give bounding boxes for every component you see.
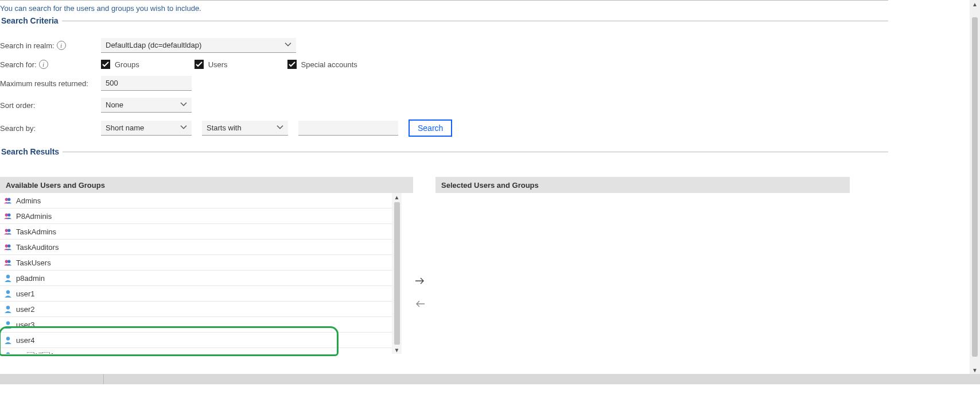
scroll-up-icon[interactable]: ▲	[970, 0, 980, 8]
chevron-down-icon	[277, 125, 283, 129]
list-item-label: Admins	[16, 196, 41, 205]
list-item[interactable]: user1	[0, 286, 393, 302]
user-icon	[3, 290, 13, 298]
realm-label: Search in realm: i	[0, 41, 101, 50]
selected-panel: Selected Users and Groups	[435, 177, 838, 354]
search-by-row: Short name Starts with Search	[101, 119, 888, 137]
list-item[interactable]: TaskUsers	[0, 255, 393, 271]
checkbox-groups[interactable]: Groups	[101, 60, 139, 69]
list-item-label: user4	[16, 336, 35, 345]
checkbox-checked-icon	[195, 60, 204, 69]
selected-list[interactable]	[435, 193, 838, 354]
svg-point-7	[7, 245, 10, 248]
move-left-button[interactable]	[413, 298, 427, 310]
search-term-input[interactable]	[298, 121, 398, 136]
list-item[interactable]: æµè¯1	[0, 348, 393, 354]
section-title: Search Results	[1, 147, 59, 156]
list-item-label: TaskAdmins	[16, 227, 56, 236]
match-value: Starts with	[207, 123, 242, 132]
svg-point-14	[6, 337, 10, 340]
status-bar	[0, 374, 980, 384]
info-icon[interactable]: i	[39, 60, 48, 69]
search-for-label: Search for: i	[0, 60, 101, 69]
sort-order-value: None	[106, 101, 123, 109]
checkbox-label: Users	[208, 60, 228, 69]
page-scrollbar[interactable]: ▲ ▼	[970, 0, 980, 374]
list-item-label: TaskAuditors	[16, 243, 59, 252]
group-icon	[3, 243, 13, 251]
user-icon	[3, 352, 13, 354]
list-item[interactable]: user2	[0, 302, 393, 317]
section-title: Search Criteria	[1, 16, 59, 25]
sort-order-dropdown[interactable]: None	[101, 98, 192, 113]
svg-point-1	[7, 198, 10, 201]
svg-point-3	[7, 214, 10, 217]
list-item-label: user3	[16, 321, 35, 329]
svg-point-5	[7, 229, 10, 232]
svg-point-12	[6, 306, 10, 309]
checkbox-checked-icon	[101, 60, 110, 69]
search-by-dropdown[interactable]: Short name	[101, 121, 192, 136]
section-header-criteria: Search Criteria	[0, 16, 888, 25]
user-icon	[3, 305, 13, 313]
max-results-label: Maximum results returned:	[0, 79, 101, 88]
svg-point-13	[6, 321, 10, 325]
svg-point-10	[6, 275, 10, 278]
list-item[interactable]: p8admin	[0, 271, 393, 286]
sort-order-label: Sort order:	[0, 101, 101, 110]
list-item-label: æµè¯1	[16, 352, 55, 354]
list-item-label: P8Adminis	[16, 212, 52, 221]
checkbox-users[interactable]: Users	[195, 60, 228, 69]
section-header-results: Search Results	[0, 147, 888, 156]
available-header: Available Users and Groups	[0, 177, 413, 193]
group-icon	[3, 258, 13, 267]
list-item[interactable]: user3	[0, 317, 393, 333]
page-body: You can search for the users and groups …	[0, 0, 888, 374]
section-rule	[63, 152, 888, 152]
available-scrollbar[interactable]: ▲ ▼	[392, 193, 402, 354]
search-by-value: Short name	[106, 123, 144, 132]
search-for-checkbox-row: Groups Users Special accounts	[101, 60, 888, 69]
selected-header: Selected Users and Groups	[435, 177, 850, 193]
list-item[interactable]: TaskAuditors	[0, 240, 393, 255]
realm-value: DefaultLdap (dc=defaultldap)	[106, 41, 201, 49]
max-results-input[interactable]	[101, 76, 192, 91]
list-item-label: TaskUsers	[16, 258, 51, 267]
match-dropdown[interactable]: Starts with	[202, 121, 288, 136]
move-right-button[interactable]	[413, 275, 427, 287]
search-button[interactable]: Search	[409, 119, 452, 137]
chevron-down-icon	[285, 42, 291, 47]
scroll-thumb[interactable]	[972, 17, 978, 357]
checkbox-label: Special accounts	[301, 60, 357, 69]
list-item[interactable]: TaskAdmins	[0, 224, 393, 240]
results-wrap: Available Users and Groups AdminsP8Admin…	[0, 177, 888, 354]
list-item-label: user1	[16, 290, 35, 298]
group-icon	[3, 196, 13, 204]
status-segment	[0, 374, 104, 384]
search-by-label: Search by:	[0, 124, 101, 133]
checkbox-special-accounts[interactable]: Special accounts	[287, 60, 357, 69]
list-item[interactable]: user4	[0, 333, 393, 348]
checkbox-label: Groups	[115, 60, 139, 69]
list-item-label: p8admin	[16, 274, 45, 283]
list-item[interactable]: Admins	[0, 193, 393, 209]
intro-text: You can search for the users and groups …	[0, 4, 888, 13]
group-icon	[3, 212, 13, 220]
info-icon[interactable]: i	[57, 41, 66, 50]
available-list[interactable]: AdminsP8AdminisTaskAdminsTaskAuditorsTas…	[0, 193, 393, 354]
user-icon	[3, 321, 13, 329]
mover-buttons	[405, 231, 435, 354]
scroll-thumb[interactable]	[394, 202, 400, 345]
svg-point-11	[6, 290, 10, 294]
scroll-up-icon[interactable]: ▲	[392, 193, 402, 201]
list-item[interactable]: P8Adminis	[0, 209, 393, 224]
scroll-down-icon[interactable]: ▼	[970, 366, 980, 374]
available-body: AdminsP8AdminisTaskAdminsTaskAuditorsTas…	[0, 193, 402, 354]
available-panel: Available Users and Groups AdminsP8Admin…	[0, 177, 405, 354]
realm-dropdown[interactable]: DefaultLdap (dc=defaultldap)	[101, 38, 296, 53]
user-icon	[3, 274, 13, 282]
user-icon	[3, 336, 13, 344]
group-icon	[3, 227, 13, 236]
scroll-down-icon[interactable]: ▼	[392, 346, 402, 354]
section-rule	[62, 21, 888, 21]
